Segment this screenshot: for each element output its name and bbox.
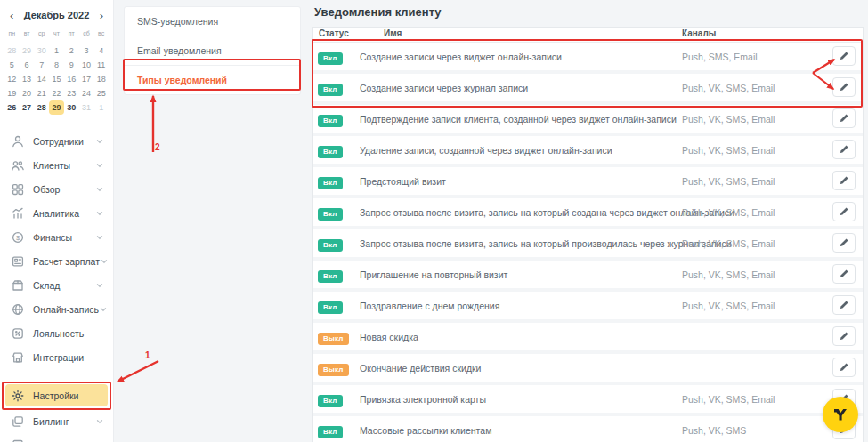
calendar-day[interactable]: 28 <box>34 100 49 115</box>
chevron-down-icon <box>95 233 104 242</box>
pencil-icon <box>839 175 849 186</box>
calendar-day[interactable]: 22 <box>49 86 64 100</box>
tab-sms-notifications[interactable]: SMS-уведомления <box>125 7 300 36</box>
table-row: Вкл Подтверждение записи клиента, создан… <box>313 105 863 133</box>
calendar-day[interactable]: 19 <box>4 86 20 100</box>
sidebar-item-payroll[interactable]: Расчет зарплат <box>0 249 113 273</box>
calendar-day[interactable]: 18 <box>93 72 109 86</box>
warehouse-icon <box>11 278 25 293</box>
calendar-day[interactable]: 9 <box>64 58 79 72</box>
calendar-day[interactable]: 1 <box>49 44 64 58</box>
sidebar-item-billing[interactable]: Биллинг <box>0 409 113 433</box>
calendar-day[interactable]: 27 <box>20 100 35 115</box>
notification-name: Подтверждение записи клиента, созданной … <box>360 114 677 125</box>
notification-name: Привязка электронной карты <box>360 394 486 405</box>
notification-name: Удаление записи, созданной через виджет … <box>360 145 612 156</box>
calendar-day[interactable]: 17 <box>79 72 94 86</box>
notification-channels: Push, VK, SMS <box>682 425 746 436</box>
calendar-day[interactable]: 6 <box>20 58 35 72</box>
sidebar-item-warehouse[interactable]: Склад <box>0 273 113 297</box>
calendar-day[interactable]: 26 <box>4 100 20 115</box>
edit-button[interactable] <box>832 171 856 190</box>
sidebar-item-finance[interactable]: $ Финансы <box>0 225 113 249</box>
calendar-day[interactable]: 20 <box>20 86 35 100</box>
sidebar: ‹ Декабрь 2022 › пнвтсрчтптсбвс 28293012… <box>0 0 114 442</box>
notification-name: Поздравление с днем рождения <box>360 301 499 311</box>
notification-channels: Push, VK, SMS, Email <box>682 114 775 125</box>
sidebar-item-cutoff[interactable] <box>0 433 113 442</box>
status-badge: Вкл <box>318 84 343 96</box>
calendar-day[interactable]: 2 <box>64 44 79 58</box>
calendar-day[interactable]: 13 <box>20 72 35 86</box>
calendar-day[interactable]: 30 <box>64 100 79 115</box>
table-body: Вкл Создание записи через виджет онлайн-… <box>313 43 863 442</box>
edit-button[interactable] <box>832 108 856 128</box>
calendar-day[interactable]: 14 <box>34 72 49 86</box>
calendar-day-selected[interactable]: 29 <box>49 100 64 115</box>
calendar-prev-icon[interactable]: ‹ <box>10 10 13 21</box>
edit-button[interactable] <box>832 358 856 377</box>
sidebar-item-integrations[interactable]: Интеграции <box>0 345 113 369</box>
tab-email-notifications[interactable]: Email-уведомления <box>125 36 300 66</box>
edit-button[interactable] <box>832 140 856 159</box>
calendar-day[interactable]: 31 <box>79 100 94 115</box>
sidebar-item-clients[interactable]: Клиенты <box>0 153 113 177</box>
edit-button[interactable] <box>832 295 856 315</box>
sidebar-item-loyalty[interactable]: Лояльность <box>0 321 113 345</box>
calendar-day[interactable]: 25 <box>93 86 109 100</box>
calendar-day[interactable]: 11 <box>93 58 109 72</box>
calendar-day[interactable]: 24 <box>79 86 94 100</box>
sidebar-item-settings[interactable]: Настройки <box>5 384 108 406</box>
calendar-day[interactable]: 5 <box>4 58 20 72</box>
edit-button[interactable] <box>832 202 856 221</box>
edit-button[interactable] <box>832 326 856 346</box>
notifications-table: Статус Имя Каналы Вкл Создание записи че… <box>312 27 864 442</box>
sidebar-item-online-booking[interactable]: Онлайн-запись <box>0 297 113 321</box>
notification-name: Создание записи через виджет онлайн-запи… <box>360 52 562 62</box>
pencil-icon <box>839 144 849 155</box>
grid-icon <box>11 182 25 197</box>
calendar-day[interactable]: 16 <box>64 72 79 86</box>
notification-channels: Push, VK, SMS, Email <box>682 83 775 93</box>
notification-tabs-panel: SMS-уведомленияEmail-уведомленияТипы уве… <box>124 6 301 95</box>
chevron-down-icon <box>100 257 109 266</box>
calendar-day[interactable]: 3 <box>79 44 94 58</box>
calendar-day[interactable]: 30 <box>34 44 49 58</box>
calendar-day[interactable]: 1 <box>93 100 109 115</box>
calendar-weekday: сб <box>79 28 94 39</box>
calendar-day[interactable]: 29 <box>20 44 35 58</box>
table-row: Вкл Запрос отзыва после визита, запись н… <box>313 229 863 257</box>
sidebar-item-analytics[interactable]: Аналитика <box>0 201 113 225</box>
calendar-weekday: чт <box>49 28 64 39</box>
notification-name: Запрос отзыва после визита, запись на ко… <box>360 238 732 249</box>
storefront-icon <box>11 350 25 365</box>
sidebar-item-staff[interactable]: Сотрудники <box>0 129 113 153</box>
calendar-weekday: пн <box>4 28 20 39</box>
notification-channels: Push, SMS, Email <box>682 52 758 62</box>
table-row: Вкл Создание записи через виджет онлайн-… <box>313 43 863 70</box>
edit-button[interactable] <box>832 264 856 284</box>
calendar-day[interactable]: 4 <box>93 44 109 58</box>
support-widget-button[interactable] <box>823 397 858 432</box>
calendar-day[interactable]: 10 <box>79 58 94 72</box>
table-row: Вкл Предстоящий визит Push, VK, SMS, Ema… <box>313 167 863 195</box>
status-badge: Выкл <box>318 364 349 376</box>
calendar-day[interactable]: 12 <box>4 72 20 86</box>
calendar-day[interactable]: 28 <box>4 44 20 58</box>
sidebar-item-label: Финансы <box>33 232 95 243</box>
sidebar-item-label: Обзор <box>33 184 95 195</box>
sidebar-item-overview[interactable]: Обзор <box>0 177 113 201</box>
edit-button[interactable] <box>832 233 856 253</box>
calendar-day[interactable]: 7 <box>34 58 49 72</box>
pencil-icon <box>839 362 849 373</box>
table-row: Вкл Привязка электронной карты Push, VK,… <box>313 385 863 413</box>
chevron-down-icon <box>95 281 104 290</box>
calendar-day[interactable]: 15 <box>49 72 64 86</box>
calendar-day[interactable]: 21 <box>34 86 49 100</box>
gear-icon <box>11 389 25 403</box>
status-badge: Вкл <box>318 52 343 65</box>
calendar-day[interactable]: 23 <box>64 86 79 100</box>
column-header-name: Имя <box>384 28 402 38</box>
calendar-day[interactable]: 8 <box>49 58 64 72</box>
calendar-next-icon[interactable]: › <box>100 10 103 21</box>
